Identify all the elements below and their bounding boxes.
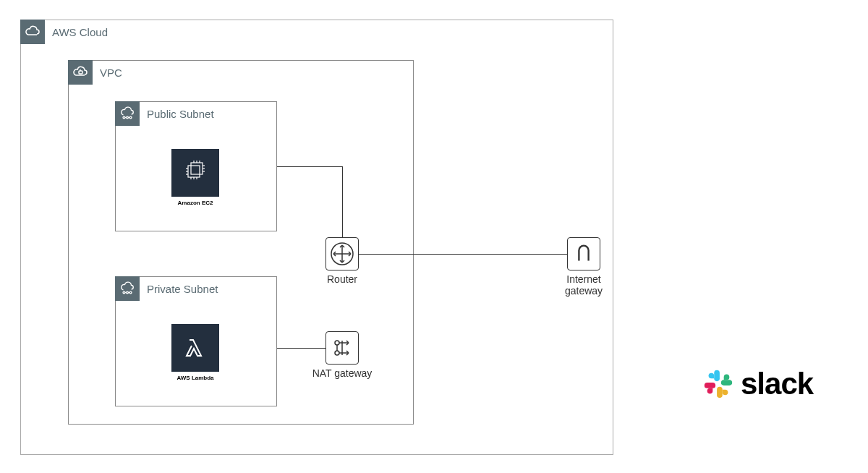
lambda-label: AWS Lambda <box>159 375 231 381</box>
svg-point-3 <box>129 116 132 119</box>
connector-public-to-router-v <box>342 166 343 237</box>
svg-point-2 <box>127 116 129 119</box>
svg-point-1 <box>123 116 125 119</box>
svg-point-28 <box>335 341 339 345</box>
svg-point-20 <box>123 291 125 294</box>
connector-public-to-router-h <box>277 166 342 167</box>
svg-rect-35 <box>721 380 732 385</box>
slack-wordmark: slack <box>741 367 813 401</box>
connector-router-to-igw <box>359 254 567 255</box>
vpc-icon <box>68 60 93 85</box>
svg-rect-37 <box>705 383 715 388</box>
lambda-service-icon <box>171 324 219 372</box>
router-label: Router <box>306 273 378 285</box>
svg-rect-0 <box>79 71 82 74</box>
private-subnet-icon <box>115 276 140 301</box>
private-subnet-header: Private Subnet <box>115 276 218 301</box>
cloud-icon <box>20 20 45 44</box>
private-subnet-label: Private Subnet <box>140 283 218 295</box>
nat-gateway-label: NAT gateway <box>306 367 378 379</box>
slack-logo: slack <box>702 367 813 401</box>
aws-cloud-label: AWS Cloud <box>45 26 108 38</box>
internet-gateway-icon <box>567 237 600 270</box>
public-subnet-icon <box>115 101 140 126</box>
vpc-label: VPC <box>93 67 122 79</box>
svg-point-29 <box>335 351 339 355</box>
nat-gateway-icon <box>326 331 359 365</box>
svg-point-21 <box>127 291 129 294</box>
svg-rect-34 <box>714 370 720 381</box>
svg-rect-7 <box>191 163 203 174</box>
ec2-label: Amazon EC2 <box>159 200 231 206</box>
svg-point-22 <box>129 291 132 294</box>
svg-rect-6 <box>188 166 200 177</box>
internet-gateway-label: Internet gateway <box>548 273 620 297</box>
connector-private-to-nat <box>277 348 326 349</box>
aws-cloud-header: AWS Cloud <box>20 20 108 44</box>
ec2-service-icon <box>171 149 219 197</box>
router-icon <box>326 237 359 270</box>
vpc-header: VPC <box>68 60 122 85</box>
slack-icon <box>702 367 735 401</box>
svg-rect-36 <box>717 387 723 398</box>
public-subnet-label: Public Subnet <box>140 108 214 120</box>
public-subnet-header: Public Subnet <box>115 101 214 126</box>
